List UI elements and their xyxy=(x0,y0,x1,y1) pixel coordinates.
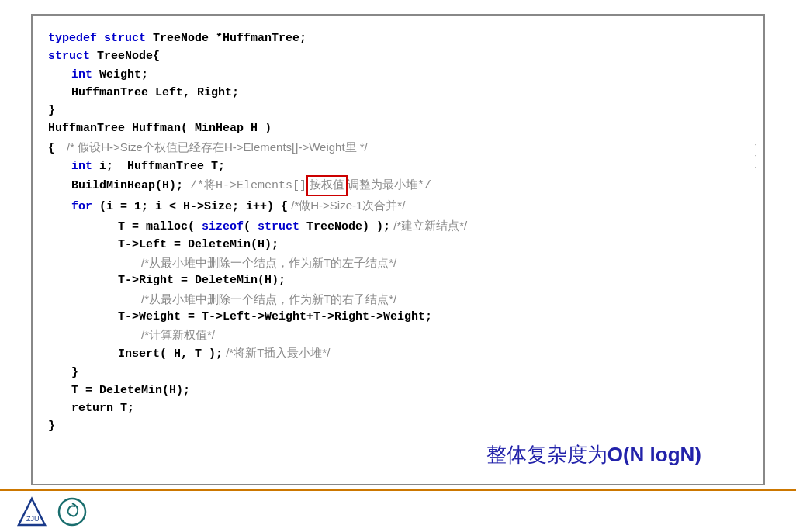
code-line-11: T = malloc( sizeof ( struct TreeNode) );… xyxy=(48,216,748,236)
code-text-5: } xyxy=(48,102,55,119)
code-line-18: Insert( H, T ); /*将新T插入最小堆*/ xyxy=(48,344,748,363)
code-text-4: HuffmanTree Left, Right; xyxy=(71,84,239,102)
keyword-struct3: struct xyxy=(258,218,306,236)
keyword-int2: int xyxy=(71,157,99,175)
code-text-1: TreeNode *HuffmanTree; xyxy=(153,29,306,47)
code-brace-open: { xyxy=(48,140,55,157)
code-text-22: } xyxy=(48,417,55,435)
keyword-for: for xyxy=(71,198,99,216)
complexity-text: 整体复杂度为 xyxy=(486,443,607,466)
bottom-bar: ZJU xyxy=(0,489,796,532)
code-line-22: } xyxy=(48,417,748,435)
code-buildminheap: BuildMinHeap(H); xyxy=(71,177,183,195)
dot-decoration: ··· xyxy=(753,140,757,173)
keyword-struct1: struct xyxy=(104,29,153,47)
code-text-11c: TreeNode) ); xyxy=(306,218,390,236)
code-line-19: } xyxy=(48,364,748,382)
code-line-3: int Weight; xyxy=(48,66,748,84)
keyword-sizeof: sizeof xyxy=(202,218,244,236)
code-text-12: T->Left = DeleteMin(H); xyxy=(118,236,279,254)
keyword-typedef: typedef xyxy=(48,29,104,47)
code-text-8: i; HuffmanTree T; xyxy=(99,157,225,175)
zju-logo-icon: ZJU xyxy=(16,496,48,528)
keyword-int1: int xyxy=(71,66,99,84)
code-comment-3: /*做H->Size-1次合并*/ xyxy=(288,196,405,214)
code-text-18: Insert( H, T ); xyxy=(118,345,223,363)
code-line-6: HuffmanTree Huffman( MinHeap H ) xyxy=(48,119,748,137)
code-text-11a: T = malloc( xyxy=(118,218,202,236)
code-text-3: Weight; xyxy=(99,66,148,84)
code-line-4: HuffmanTree Left, Right; xyxy=(48,84,748,102)
complexity-value: O(N logN) xyxy=(607,443,701,466)
code-line-9: BuildMinHeap(H); /*将H->Elements[]按权值调整为最… xyxy=(48,175,748,196)
code-line-10: for (i = 1; i < H->Size; i++) { /*做H->Si… xyxy=(48,196,748,216)
code-line-21: return T; xyxy=(48,399,748,417)
code-line-17: /*计算新权值*/ xyxy=(48,326,748,344)
code-comment-5: /*从最小堆中删除一个结点，作为新T的左子结点*/ xyxy=(141,254,396,271)
complexity-label: 整体复杂度为O(N logN) xyxy=(486,439,701,470)
code-line-13: /*从最小堆中删除一个结点，作为新T的左子结点*/ xyxy=(48,254,748,271)
code-text-14: T->Right = DeleteMin(H); xyxy=(118,271,286,289)
code-comment-1: /* 假设H->Size个权值已经存在H->Elements[]->Weight… xyxy=(55,138,368,156)
code-line-2: struct TreeNode{ xyxy=(48,47,748,65)
keyword-struct2: struct xyxy=(48,47,97,65)
code-comment-4: /*建立新结点*/ xyxy=(390,216,467,234)
code-line-12: T->Left = DeleteMin(H); xyxy=(48,236,748,254)
slide: typedef struct TreeNode *HuffmanTree; st… xyxy=(0,0,796,532)
code-line-16: T->Weight = T->Left->Weight+T->Right->We… xyxy=(48,308,748,326)
code-text-20: T = DeleteMin(H); xyxy=(71,382,190,399)
code-comment-2b: 调整为最小堆*/ xyxy=(348,177,431,195)
code-text-2: TreeNode{ xyxy=(97,47,160,65)
code-line-8: int i; HuffmanTree T; xyxy=(48,157,748,175)
code-line-14: T->Right = DeleteMin(H); xyxy=(48,271,748,289)
code-box: typedef struct TreeNode *HuffmanTree; st… xyxy=(31,14,765,485)
code-text-21: return T; xyxy=(71,399,134,417)
svg-text:ZJU: ZJU xyxy=(26,515,40,523)
code-line-20: T = DeleteMin(H); xyxy=(48,382,748,399)
code-highlighted-quanzhi: 按权值 xyxy=(306,175,348,196)
code-line-7: { /* 假设H->Size个权值已经存在H->Elements[]->Weig… xyxy=(48,138,748,157)
code-text-19: } xyxy=(71,364,78,382)
code-line-1: typedef struct TreeNode *HuffmanTree; xyxy=(48,29,748,47)
code-text-10: (i = 1; i < H->Size; i++) { xyxy=(99,198,288,216)
code-line-5: } xyxy=(48,102,748,119)
code-text-16: T->Weight = T->Left->Weight+T->Right->We… xyxy=(118,308,432,326)
code-line-15: /*从最小堆中删除一个结点，作为新T的右子结点*/ xyxy=(48,290,748,308)
svg-point-2 xyxy=(59,499,85,525)
swirl-logo-icon xyxy=(56,496,88,528)
code-comment-2a: /*将H->Elements[] xyxy=(183,177,306,195)
code-comment-6: /*从最小堆中删除一个结点，作为新T的右子结点*/ xyxy=(141,290,396,308)
code-text-11b: ( xyxy=(244,218,258,236)
code-comment-7: /*计算新权值*/ xyxy=(141,326,215,344)
code-text-6: HuffmanTree Huffman( MinHeap H ) xyxy=(48,119,272,137)
code-comment-8: /*将新T插入最小堆*/ xyxy=(223,344,330,361)
